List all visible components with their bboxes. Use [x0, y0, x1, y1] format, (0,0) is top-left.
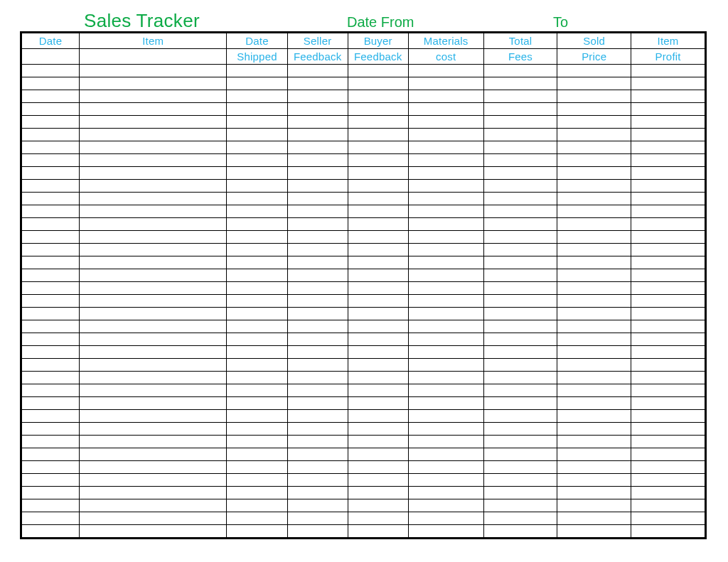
cell[interactable] [483, 474, 557, 487]
cell[interactable] [79, 499, 227, 512]
cell[interactable] [631, 320, 705, 333]
cell[interactable] [79, 193, 227, 205]
cell[interactable] [79, 410, 227, 423]
cell[interactable] [557, 295, 631, 308]
cell[interactable] [483, 77, 557, 90]
cell[interactable] [79, 474, 227, 487]
cell[interactable] [287, 77, 348, 90]
cell[interactable] [287, 218, 348, 231]
cell[interactable] [227, 205, 287, 218]
cell[interactable] [631, 269, 705, 282]
cell[interactable] [227, 448, 287, 461]
cell[interactable] [348, 499, 408, 512]
cell[interactable] [631, 346, 705, 359]
cell[interactable] [22, 436, 80, 448]
cell[interactable] [631, 193, 705, 205]
cell[interactable] [408, 116, 483, 129]
cell[interactable] [483, 436, 557, 448]
cell[interactable] [22, 256, 80, 269]
cell[interactable] [22, 487, 80, 499]
cell[interactable] [408, 103, 483, 116]
cell[interactable] [557, 205, 631, 218]
cell[interactable] [631, 512, 705, 525]
cell[interactable] [408, 65, 483, 77]
cell[interactable] [79, 231, 227, 244]
cell[interactable] [408, 193, 483, 205]
cell[interactable] [483, 65, 557, 77]
cell[interactable] [227, 77, 287, 90]
cell[interactable] [408, 346, 483, 359]
cell[interactable] [348, 269, 408, 282]
cell[interactable] [227, 487, 287, 499]
cell[interactable] [287, 333, 348, 346]
cell[interactable] [79, 116, 227, 129]
cell[interactable] [631, 487, 705, 499]
cell[interactable] [408, 141, 483, 154]
cell[interactable] [287, 346, 348, 359]
cell[interactable] [79, 512, 227, 525]
cell[interactable] [227, 333, 287, 346]
cell[interactable] [22, 231, 80, 244]
cell[interactable] [408, 205, 483, 218]
cell[interactable] [557, 77, 631, 90]
cell[interactable] [227, 103, 287, 116]
cell[interactable] [227, 244, 287, 256]
cell[interactable] [287, 295, 348, 308]
cell[interactable] [22, 372, 80, 384]
cell[interactable] [287, 461, 348, 474]
cell[interactable] [79, 448, 227, 461]
cell[interactable] [408, 423, 483, 436]
cell[interactable] [79, 333, 227, 346]
cell[interactable] [483, 487, 557, 499]
cell[interactable] [631, 499, 705, 512]
cell[interactable] [631, 282, 705, 295]
cell[interactable] [348, 397, 408, 410]
cell[interactable] [557, 308, 631, 320]
cell[interactable] [408, 269, 483, 282]
cell[interactable] [79, 141, 227, 154]
cell[interactable] [348, 116, 408, 129]
cell[interactable] [483, 295, 557, 308]
cell[interactable] [79, 154, 227, 167]
cell[interactable] [287, 167, 348, 180]
cell[interactable] [557, 90, 631, 103]
cell[interactable] [483, 256, 557, 269]
cell[interactable] [79, 359, 227, 372]
cell[interactable] [631, 474, 705, 487]
cell[interactable] [22, 512, 80, 525]
cell[interactable] [227, 410, 287, 423]
cell[interactable] [287, 448, 348, 461]
cell[interactable] [408, 359, 483, 372]
cell[interactable] [483, 205, 557, 218]
cell[interactable] [557, 525, 631, 538]
cell[interactable] [22, 333, 80, 346]
cell[interactable] [408, 474, 483, 487]
cell[interactable] [631, 333, 705, 346]
cell[interactable] [348, 180, 408, 193]
cell[interactable] [22, 320, 80, 333]
cell[interactable] [483, 333, 557, 346]
cell[interactable] [631, 308, 705, 320]
cell[interactable] [348, 129, 408, 141]
cell[interactable] [287, 269, 348, 282]
cell[interactable] [557, 372, 631, 384]
cell[interactable] [408, 308, 483, 320]
cell[interactable] [22, 77, 80, 90]
cell[interactable] [227, 90, 287, 103]
cell[interactable] [557, 65, 631, 77]
cell[interactable] [483, 193, 557, 205]
cell[interactable] [483, 129, 557, 141]
cell[interactable] [287, 512, 348, 525]
cell[interactable] [287, 423, 348, 436]
cell[interactable] [22, 525, 80, 538]
cell[interactable] [408, 525, 483, 538]
cell[interactable] [408, 218, 483, 231]
cell[interactable] [483, 116, 557, 129]
cell[interactable] [22, 90, 80, 103]
cell[interactable] [408, 384, 483, 397]
cell[interactable] [22, 205, 80, 218]
cell[interactable] [348, 65, 408, 77]
cell[interactable] [287, 244, 348, 256]
cell[interactable] [557, 461, 631, 474]
cell[interactable] [79, 346, 227, 359]
